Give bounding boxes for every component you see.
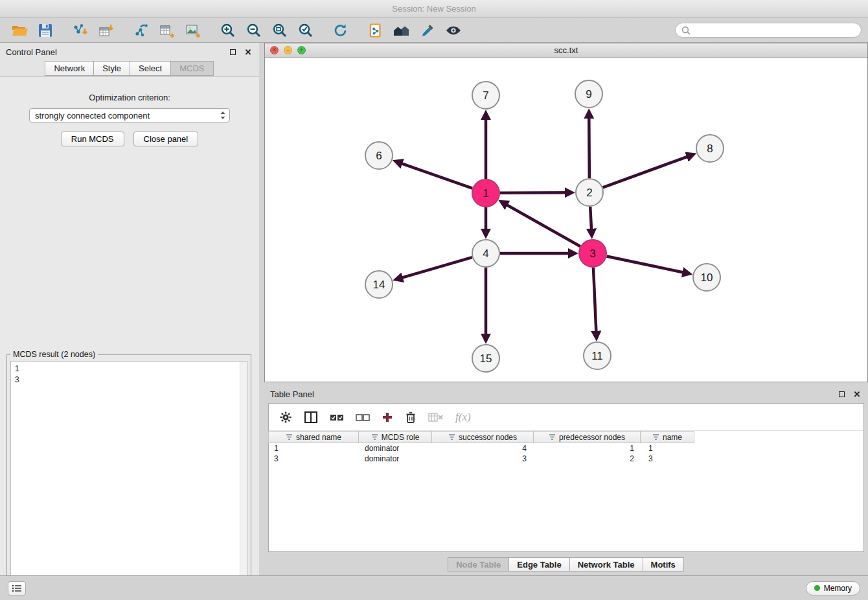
tab-network-table[interactable]: Network Table [569,557,643,571]
tab-node-table[interactable]: Node Table [448,557,509,571]
table-cell[interactable]: 3 [269,454,360,464]
graph-edge-4-14[interactable] [396,257,472,279]
graph-node-label: 15 [480,352,492,365]
clone-network-button[interactable] [363,20,389,41]
tab-style[interactable]: Style [93,61,130,76]
zoom-in-button[interactable] [215,20,241,41]
window-title: Session: New Session [392,4,475,14]
delete-table-button[interactable] [428,411,444,423]
table-panel-float-button[interactable] [836,389,847,399]
graph-node-14[interactable]: 14 [365,271,393,298]
graph-edge-3-1[interactable] [501,202,580,246]
run-mcds-button[interactable]: Run MCDS [61,132,124,146]
tab-mcds[interactable]: MCDS [170,61,213,76]
import-table-icon [98,23,115,38]
deselect-all-columns-button[interactable] [356,412,370,422]
close-panel-button[interactable]: Close panel [133,132,199,146]
export-network-button[interactable] [128,20,154,41]
graph-edge-1-6[interactable] [395,161,472,189]
sort-icon [448,433,455,441]
column-header-name[interactable]: name [640,431,694,443]
control-panel-float-button[interactable] [227,47,238,57]
search-field[interactable] [675,23,862,38]
control-panel-header: Control Panel ✕ [0,43,259,61]
log-console-button[interactable] [8,581,26,595]
unchecked-boxes-icon [356,412,370,422]
column-header-mcds-role[interactable]: MCDS role [358,431,432,443]
style-brush-button[interactable] [415,20,440,41]
graph-node-label: 7 [483,89,488,102]
table-panel-content: f(x) shared name MCDS role successor nod… [268,403,864,552]
graph-node-1[interactable]: 1 [472,179,499,207]
zoom-fit-button[interactable] [267,20,293,41]
delete-column-button[interactable] [405,411,417,424]
tab-select[interactable]: Select [130,61,171,76]
graph-edge-2-9[interactable] [589,111,589,178]
graph-node-3[interactable]: 3 [579,240,606,267]
table-cell[interactable]: 2 [536,454,643,464]
graph-node-7[interactable]: 7 [472,82,499,109]
column-header-predecessor-nodes[interactable]: predecessor nodes [533,431,641,443]
create-column-button[interactable] [382,411,393,423]
table-cell[interactable]: 1 [536,443,643,454]
table-cell[interactable]: 3 [643,454,698,464]
zoom-out-button[interactable] [241,20,267,41]
graph-node-8[interactable]: 8 [696,135,724,162]
graph-edge-1-2[interactable] [500,192,572,193]
graph-edge-2-3[interactable] [590,207,591,236]
column-header-shared-name[interactable]: shared name [268,431,359,443]
zoom-selected-button[interactable] [293,20,319,41]
show-columns-button[interactable] [304,411,318,424]
dropdown-arrows-icon [219,110,227,121]
tab-edge-table[interactable]: Edge Table [508,557,569,571]
home-view-button[interactable] [389,20,415,41]
graph-edge-2-8[interactable] [603,154,694,187]
import-network-button[interactable] [67,20,93,41]
column-header-successor-nodes[interactable]: successor nodes [431,431,534,443]
table-cell[interactable]: 1 [269,443,360,454]
search-input[interactable] [694,26,855,35]
table-row[interactable]: 1dominator411 [269,443,863,454]
table-cell[interactable]: 1 [643,443,698,454]
graph-node-2[interactable]: 2 [576,179,603,206]
table-cell[interactable]: 4 [433,443,536,454]
export-image-button[interactable] [180,20,206,41]
graph-node-11[interactable]: 11 [584,342,611,369]
graph-node-15[interactable]: 15 [472,345,499,372]
select-all-columns-button[interactable] [330,412,344,422]
save-session-button[interactable] [32,20,58,41]
graph-edge-3-11[interactable] [593,268,597,338]
control-panel-close-button[interactable]: ✕ [243,47,253,57]
memory-button[interactable]: Memory [806,581,860,595]
graph-node-9[interactable]: 9 [575,80,602,108]
graph-node-4[interactable]: 4 [472,240,499,267]
graph-node-label: 8 [707,143,713,155]
table-row[interactable]: 3dominator323 [269,454,863,464]
open-session-button[interactable] [6,20,32,41]
graph-node-10[interactable]: 10 [693,264,720,291]
table-settings-button[interactable] [279,411,292,424]
import-table-button[interactable] [93,20,119,41]
close-window-icon[interactable]: ✕ [270,46,279,54]
refresh-button[interactable] [328,20,354,41]
save-icon [38,23,53,38]
table-cell[interactable]: dominator [360,454,433,464]
tab-network[interactable]: Network [45,61,94,76]
result-scrollbar[interactable] [240,362,247,599]
export-table-button[interactable] [154,20,180,41]
maximize-window-icon[interactable]: + [297,46,306,54]
criterion-dropdown[interactable]: strongly connected component [29,108,230,122]
table-panel-close-button[interactable]: ✕ [852,389,862,399]
network-window-titlebar[interactable]: ✕ − + scc.txt [265,43,867,58]
zoom-in-icon [220,23,236,38]
network-canvas[interactable]: 7968124314101511 [265,58,867,382]
tab-motifs[interactable]: Motifs [643,557,684,571]
table-cell[interactable]: 3 [433,454,536,464]
zoom-fit-icon [272,23,288,38]
show-hide-button[interactable] [440,20,466,41]
table-cell[interactable]: dominator [360,443,433,454]
function-builder-button[interactable]: f(x) [455,411,471,424]
graph-edge-3-10[interactable] [607,257,690,274]
minimize-window-icon[interactable]: − [284,46,292,54]
graph-node-6[interactable]: 6 [365,142,393,169]
